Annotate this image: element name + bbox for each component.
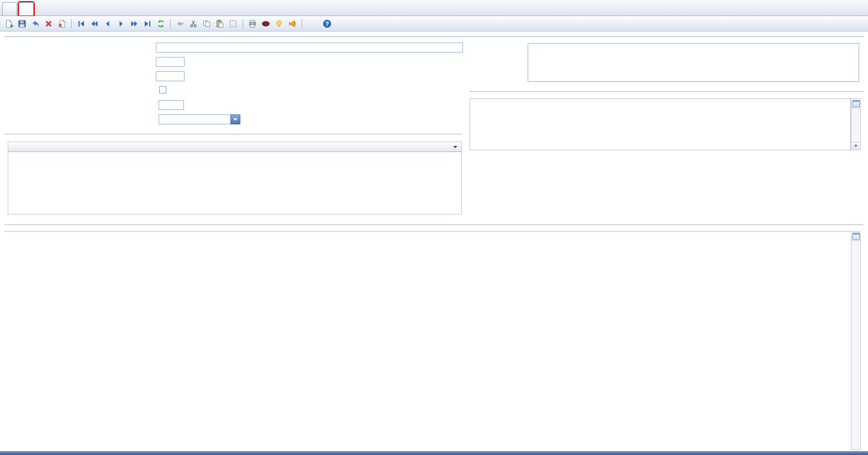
nav-fast-forward-icon[interactable] [128, 18, 140, 30]
nav-last-icon[interactable] [141, 18, 154, 30]
toolbar-separator [302, 19, 302, 29]
nachkommastellen-input[interactable] [159, 100, 184, 110]
tab-start[interactable] [2, 2, 17, 15]
preview-icon[interactable] [260, 18, 272, 30]
nav-fast-back-icon[interactable] [88, 18, 101, 30]
refresh-icon[interactable] [155, 18, 167, 30]
save-icon[interactable] [16, 18, 28, 30]
paste-icon[interactable] [214, 18, 226, 30]
select-region-icon[interactable] [227, 18, 239, 30]
svg-text:?: ? [325, 20, 329, 27]
bezeichnung-input[interactable] [156, 43, 463, 53]
bemerkung-textarea[interactable] [528, 43, 859, 82]
preis-input[interactable] [156, 57, 185, 67]
groupbox-line [470, 91, 864, 92]
toolbar-separator [71, 19, 72, 29]
scroll-down-icon[interactable] [852, 142, 860, 149]
cut-icon[interactable] [187, 18, 199, 30]
copy-icon[interactable] [201, 18, 213, 30]
undo-icon[interactable] [29, 18, 41, 30]
hint-icon[interactable] [273, 18, 285, 30]
help-icon[interactable]: ? [321, 18, 333, 30]
delete-icon[interactable] [43, 18, 55, 30]
window-bottom-edge [0, 451, 868, 455]
toolbar: ? [0, 16, 868, 32]
tab-zeugniseinstellungen[interactable] [19, 2, 34, 15]
konfiguration-scrollbar[interactable] [851, 231, 861, 450]
column-chooser-icon[interactable] [851, 99, 860, 108]
back-arrow-icon[interactable] [174, 18, 186, 30]
column-dropdown-icon[interactable] [453, 146, 457, 148]
column-chooser-icon[interactable] [851, 232, 860, 241]
lob-input[interactable] [156, 71, 185, 81]
unterpunktungen-checkbox[interactable] [159, 86, 166, 93]
notification-icon[interactable] [286, 18, 298, 30]
print-icon[interactable] [246, 18, 259, 30]
klassengruppen-table [8, 142, 462, 215]
groupbox-line [4, 134, 462, 134]
klassengruppe-column-header[interactable] [8, 142, 461, 152]
rundungsart-value[interactable] [159, 114, 230, 124]
toolbar-separator [170, 19, 171, 29]
toolbar-separator [243, 19, 243, 29]
dropdown-button[interactable] [230, 114, 240, 124]
app-window: ? [0, 0, 868, 455]
id-button[interactable] [306, 18, 320, 30]
nav-forward-icon[interactable] [115, 18, 127, 30]
rundungsart-select[interactable] [159, 114, 240, 124]
groupbox-line [4, 36, 864, 37]
groupbox-line [4, 224, 864, 225]
konfiguration-table [4, 231, 851, 232]
nav-back-icon[interactable] [102, 18, 114, 30]
chevron-down-icon [233, 118, 238, 121]
kombinationen-table [470, 98, 851, 150]
nav-first-icon[interactable] [75, 18, 87, 30]
kombinationen-scrollbar[interactable] [851, 98, 861, 150]
new-icon[interactable] [3, 18, 15, 30]
discard-icon[interactable] [56, 18, 68, 30]
tab-bar [0, 0, 868, 16]
